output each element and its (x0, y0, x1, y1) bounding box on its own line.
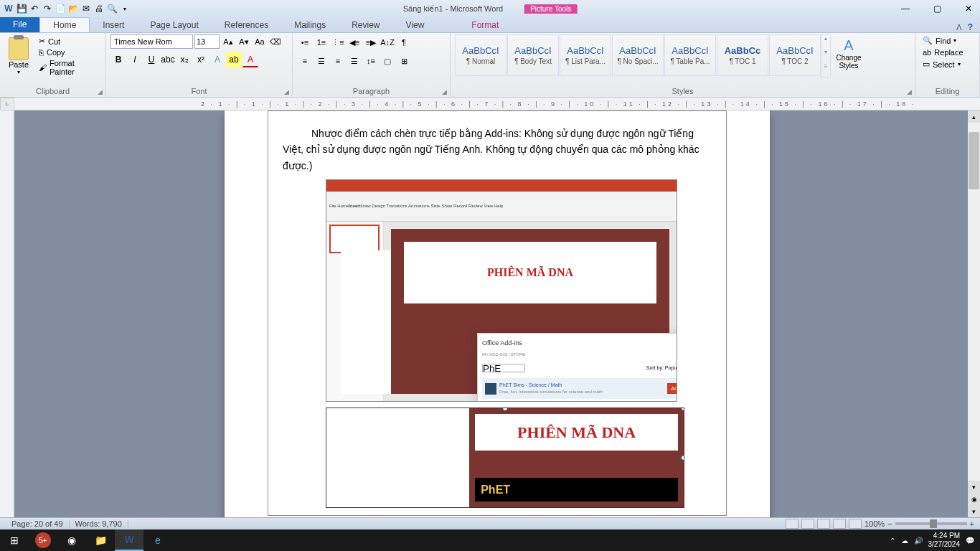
document-page[interactable]: Nhược điểm cách chèn trực tiếp bằng Add-… (225, 110, 770, 517)
font-color-button[interactable]: A (242, 52, 258, 67)
justify-button[interactable]: ☰ (347, 53, 362, 69)
change-styles-button[interactable]: A Change Styles (831, 34, 867, 77)
clipboard-dialog-launcher[interactable]: ◢ (98, 88, 103, 95)
taskbar-explorer[interactable]: 📁 (86, 529, 115, 551)
text-effects-button[interactable]: A (209, 52, 225, 67)
tab-view[interactable]: View (393, 18, 438, 32)
style-toc2[interactable]: AaBbCcI¶ TOC 2 (769, 34, 821, 76)
taskbar-edge[interactable]: e (143, 529, 172, 551)
gallery-down-icon[interactable]: ▾ (821, 49, 830, 62)
sort-button[interactable]: A↓Z (380, 34, 395, 50)
scroll-down-icon[interactable]: ▾ (968, 481, 980, 493)
prev-page-icon[interactable]: ◉ (968, 493, 980, 505)
bold-button[interactable]: B (110, 52, 126, 67)
bullets-button[interactable]: •≡ (297, 34, 313, 50)
strikethrough-button[interactable]: abc (160, 52, 176, 67)
maximize-button[interactable]: ▢ (928, 1, 946, 16)
quickprint-icon[interactable]: 🖨 (93, 3, 105, 14)
style-list-para[interactable]: AaBbCcI¶ List Para... (560, 34, 611, 76)
styles-gallery[interactable]: AaBbCcI¶ Normal AaBbCcI¶ Body Text AaBbC… (455, 34, 821, 76)
tab-format[interactable]: Format (458, 18, 512, 32)
tab-home[interactable]: Home (39, 17, 90, 32)
open-icon[interactable]: 📂 (67, 3, 79, 14)
font-dialog-launcher[interactable]: ◢ (284, 88, 289, 95)
ruler-corner[interactable]: L (0, 98, 14, 110)
gallery-up-icon[interactable]: ▴ (821, 35, 830, 49)
draft-view-button[interactable] (849, 519, 862, 529)
line-spacing-button[interactable]: ↕≡ (363, 53, 379, 69)
styles-dialog-launcher[interactable]: ◢ (907, 88, 912, 95)
select-button[interactable]: ▭Select▾ (920, 58, 975, 70)
outline-view-button[interactable] (833, 519, 846, 529)
tray-volume-icon[interactable]: 🔊 (914, 537, 923, 545)
align-right-button[interactable]: ≡ (330, 53, 346, 69)
minimize-button[interactable]: — (897, 1, 914, 16)
taskbar-word[interactable]: W (115, 529, 143, 551)
align-left-button[interactable]: ≡ (297, 53, 313, 69)
clear-formatting-button[interactable]: ⌫ (268, 34, 283, 49)
italic-button[interactable]: I (127, 52, 143, 67)
fullscreen-view-button[interactable] (801, 519, 814, 529)
shading-button[interactable]: ▢ (380, 53, 395, 69)
subscript-button[interactable]: x₂ (176, 52, 192, 67)
cut-button[interactable]: ✂Cut (36, 36, 101, 47)
show-marks-button[interactable]: ¶ (396, 34, 412, 50)
redo-icon[interactable]: ↷ (42, 3, 53, 14)
decrease-indent-button[interactable]: ◀≡ (347, 34, 362, 50)
undo-icon[interactable]: ↶ (29, 3, 40, 14)
format-painter-button[interactable]: 🖌Format Painter (36, 58, 101, 77)
tab-mailings[interactable]: Mailings (281, 18, 339, 32)
copy-button[interactable]: ⎘Copy (36, 47, 101, 57)
style-body-text[interactable]: AaBbCcI¶ Body Text (507, 34, 559, 76)
tab-file[interactable]: File (0, 17, 39, 32)
embedded-screenshot-1[interactable]: File Home Insert Draw Design Transitions… (326, 179, 677, 402)
paste-button[interactable]: Paste ▾ (4, 34, 33, 77)
web-view-button[interactable] (817, 519, 830, 529)
style-toc1[interactable]: AaBbCc¶ TOC 1 (717, 34, 768, 76)
change-case-button[interactable]: Aa (253, 34, 267, 49)
start-button[interactable]: ⊞ (0, 529, 29, 551)
taskbar-chrome[interactable]: ◉ (57, 529, 86, 551)
page-number-status[interactable]: Page: 20 of 49 (6, 519, 70, 528)
document-scroll[interactable]: Nhược điểm cách chèn trực tiếp bằng Add-… (14, 110, 980, 517)
preview-icon[interactable]: 🔍 (106, 3, 118, 14)
tray-chevron-icon[interactable]: ⌃ (890, 537, 895, 545)
align-center-button[interactable]: ☰ (314, 53, 329, 69)
vertical-scrollbar[interactable]: ▴ ▾ ◉ ▾ (968, 110, 980, 517)
next-page-icon[interactable]: ▾ (968, 505, 980, 517)
shrink-font-button[interactable]: A▾ (237, 34, 251, 49)
zoom-slider[interactable] (895, 522, 967, 525)
style-table-para[interactable]: AaBbCcI¶ Table Pa... (664, 34, 716, 76)
paragraph-dialog-launcher[interactable]: ◢ (442, 88, 447, 95)
font-name-select[interactable] (110, 34, 193, 49)
style-normal[interactable]: AaBbCcI¶ Normal (455, 34, 507, 76)
taskbar-cortana[interactable]: 5+ (35, 532, 51, 548)
selected-image[interactable]: PHIÊN MÃ DNA PhET (326, 408, 684, 508)
grow-font-button[interactable]: A▴ (221, 34, 235, 49)
word-count-status[interactable]: Words: 9,790 (70, 519, 128, 528)
tab-references[interactable]: References (212, 18, 281, 32)
qat-dropdown-icon[interactable]: ▾ (119, 3, 131, 14)
borders-button[interactable]: ⊞ (396, 53, 412, 69)
tray-cloud-icon[interactable]: ☁ (901, 537, 908, 545)
zoom-level[interactable]: 100% (864, 519, 885, 528)
paragraph-text[interactable]: Nhược điểm cách chèn trực tiếp bằng Add-… (283, 126, 712, 174)
replace-button[interactable]: abReplace (920, 47, 975, 58)
scroll-up-icon[interactable]: ▴ (968, 110, 980, 123)
new-icon[interactable]: 📄 (55, 3, 66, 14)
vertical-ruler[interactable] (0, 110, 14, 517)
help-icon[interactable]: ? (968, 22, 973, 32)
horizontal-ruler[interactable]: L 2 · 1 · | · 1 · | · 1 · | · 2 · | · 3 … (0, 98, 980, 110)
email-icon[interactable]: ✉ (80, 3, 92, 14)
tab-insert[interactable]: Insert (90, 18, 137, 32)
tab-review[interactable]: Review (339, 18, 392, 32)
tab-page-layout[interactable]: Page Layout (137, 18, 211, 32)
multilevel-button[interactable]: ⋮≡ (330, 34, 346, 50)
tray-clock[interactable]: 4:24 PM 3/27/2024 (928, 532, 961, 549)
print-layout-view-button[interactable] (786, 519, 798, 529)
superscript-button[interactable]: x² (193, 52, 209, 67)
numbering-button[interactable]: 1≡ (314, 34, 329, 50)
minimize-ribbon-icon[interactable]: ᐱ (956, 23, 962, 32)
gallery-more-icon[interactable]: ≡ (821, 63, 830, 77)
zoom-in-button[interactable]: + (970, 519, 974, 528)
